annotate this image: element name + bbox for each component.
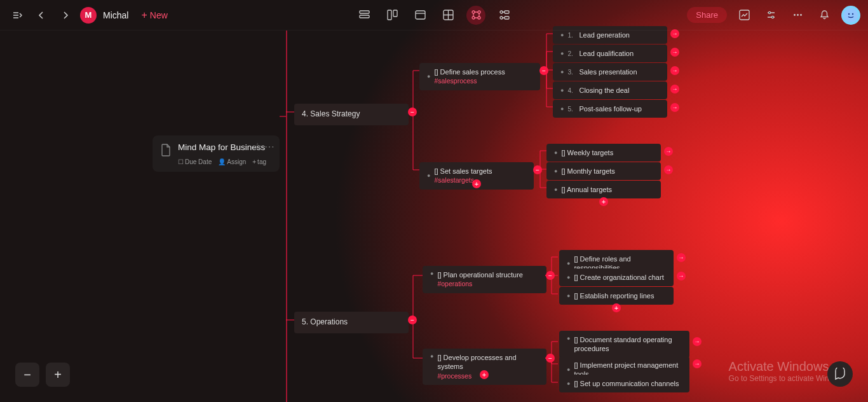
- add-child-dot[interactable]: [599, 197, 608, 206]
- svg-point-17: [794, 14, 796, 16]
- svg-point-8: [472, 17, 475, 19]
- workspace-name[interactable]: Michal: [103, 10, 128, 20]
- collapse-dot[interactable]: [546, 354, 555, 363]
- table-view-icon[interactable]: [438, 6, 458, 25]
- svg-rect-14: [740, 10, 749, 20]
- notifications-icon[interactable]: [815, 6, 834, 25]
- collapse-dot[interactable]: [408, 315, 417, 324]
- expand-dot[interactable]: [693, 337, 702, 346]
- add-child-dot[interactable]: [612, 303, 621, 312]
- zoom-controls: − +: [15, 363, 70, 387]
- more-menu-icon[interactable]: [788, 6, 807, 25]
- svg-point-15: [768, 11, 770, 13]
- svg-rect-13: [505, 17, 509, 19]
- svg-point-6: [472, 11, 475, 13]
- settings-sliders-icon[interactable]: [761, 6, 780, 25]
- app-header: M Michal + New Share: [0, 0, 868, 31]
- workspace-avatar[interactable]: M: [80, 7, 97, 24]
- expand-dot[interactable]: [670, 66, 679, 75]
- view-switcher: [355, 6, 513, 25]
- expand-dot[interactable]: [677, 272, 686, 281]
- svg-point-20: [844, 8, 858, 22]
- svg-point-21: [848, 13, 850, 14]
- add-child-dot[interactable]: [472, 179, 481, 188]
- timeline-view-icon[interactable]: [494, 6, 513, 25]
- share-button[interactable]: Share: [687, 7, 727, 23]
- svg-point-16: [771, 16, 773, 18]
- svg-rect-3: [393, 10, 397, 17]
- connector-lines: [0, 31, 868, 402]
- svg-point-7: [478, 11, 480, 13]
- expand-dot[interactable]: [670, 48, 679, 57]
- nav-back-icon[interactable]: [32, 6, 51, 25]
- analytics-icon[interactable]: [735, 6, 754, 25]
- collapse-dot[interactable]: [546, 271, 555, 280]
- svg-point-9: [478, 17, 480, 19]
- new-button-label: New: [150, 10, 168, 20]
- new-button[interactable]: + New: [141, 10, 167, 21]
- toggle-sidebar-icon[interactable]: [8, 6, 27, 25]
- svg-point-10: [500, 11, 503, 13]
- help-button[interactable]: [827, 361, 853, 387]
- list-view-icon[interactable]: [355, 6, 374, 25]
- expand-dot[interactable]: [693, 359, 702, 368]
- expand-dot[interactable]: [670, 85, 679, 94]
- svg-point-11: [500, 17, 503, 19]
- plus-icon: +: [141, 10, 147, 21]
- calendar-view-icon[interactable]: [410, 6, 430, 25]
- user-avatar[interactable]: [841, 6, 860, 25]
- collapse-dot[interactable]: [408, 107, 417, 116]
- svg-point-18: [797, 14, 799, 16]
- mindmap-canvas[interactable]: Mind Map for Business ☆ ⋯ ☐ Due Date 👤 A…: [0, 31, 868, 402]
- collapse-dot[interactable]: [539, 66, 548, 75]
- zoom-out-button[interactable]: −: [15, 363, 39, 387]
- add-child-dot[interactable]: [480, 370, 489, 379]
- nav-forward-icon[interactable]: [56, 6, 75, 25]
- svg-rect-2: [388, 10, 391, 20]
- svg-point-22: [852, 13, 853, 14]
- mindmap-view-icon[interactable]: [466, 6, 485, 25]
- svg-rect-0: [360, 11, 369, 13]
- svg-point-19: [800, 14, 802, 16]
- svg-rect-12: [505, 11, 509, 13]
- svg-rect-4: [416, 11, 425, 19]
- expand-dot[interactable]: [677, 253, 686, 262]
- zoom-in-button[interactable]: +: [46, 363, 70, 387]
- svg-rect-1: [360, 15, 369, 18]
- expand-dot[interactable]: [664, 147, 673, 156]
- expand-dot[interactable]: [664, 165, 673, 174]
- collapse-dot[interactable]: [533, 165, 542, 174]
- expand-dot[interactable]: [670, 29, 679, 38]
- expand-dot[interactable]: [670, 103, 679, 112]
- board-view-icon[interactable]: [383, 6, 402, 25]
